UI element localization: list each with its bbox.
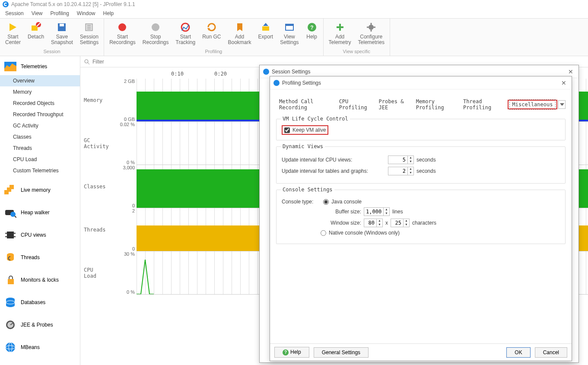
spinner-up-icon[interactable]: ▲ (408, 167, 413, 171)
buffer-size-input[interactable] (364, 208, 383, 216)
svg-marker-0 (10, 23, 16, 31)
sidebar-item-recorded-objects[interactable]: Recorded Objects (0, 98, 80, 109)
view-settings-button[interactable]: ViewSettings (277, 20, 302, 46)
tables-interval-input[interactable] (388, 167, 407, 175)
native-console-radio[interactable] (321, 230, 326, 236)
sidebar-section-live-memory[interactable]: Live memory (0, 181, 80, 199)
sidebar-item-gc-activity[interactable]: GC Activity (0, 120, 80, 131)
filter-input[interactable] (92, 59, 585, 65)
menu-help[interactable]: Help (100, 10, 118, 17)
sidebar-item-classes[interactable]: Classes (0, 131, 80, 143)
general-settings-button[interactable]: General Settings (314, 347, 369, 358)
time-tick: 0:10 (171, 71, 184, 77)
sidebar-section-threads[interactable]: Threads (0, 249, 80, 266)
window-height-spinner[interactable]: ▲▼ (391, 219, 410, 227)
sidebar-item-threads[interactable]: Threads (0, 143, 80, 154)
spinner-down-icon[interactable]: ▼ (408, 171, 413, 175)
window-width-spinner[interactable]: ▲▼ (364, 219, 383, 227)
chart-label: Threads (80, 208, 106, 251)
menu-session[interactable]: Session (2, 10, 27, 17)
start-recordings-button[interactable]: StartRecordings (106, 20, 139, 46)
spinner-up-icon[interactable]: ▲ (404, 219, 409, 223)
window-width-input[interactable] (364, 219, 376, 227)
sidebar-item-cpu-load[interactable]: CPU Load (0, 154, 80, 165)
session-settings-close-icon[interactable]: ✕ (566, 68, 575, 75)
stop-recordings-button[interactable]: StopRecordings (139, 20, 172, 46)
configure-telemetries-button[interactable]: ConfigureTelemetries (355, 20, 388, 46)
spinner-down-icon[interactable]: ▼ (408, 160, 413, 164)
tab-cpu-profiling[interactable]: CPU Profiling (336, 96, 375, 113)
add-bookmark-button[interactable]: AddBookmark (224, 20, 254, 46)
spinner-up-icon[interactable]: ▲ (408, 156, 413, 160)
menu-window[interactable]: Window (73, 10, 99, 17)
start-center-button[interactable]: StartCenter (2, 20, 24, 46)
session-settings-button[interactable]: SessionSettings (76, 20, 102, 46)
sidebar-section-telemetries[interactable]: Telemetries (0, 58, 80, 75)
tab-thread-profiling[interactable]: Thread Profiling (460, 96, 506, 113)
toolbar-group-label-session: Session (0, 48, 104, 56)
svg-point-46 (6, 343, 15, 352)
tables-interval-spinner[interactable]: ▲▼ (388, 167, 414, 175)
export-button[interactable]: Export (255, 20, 277, 46)
cancel-button[interactable]: Cancel (535, 347, 567, 358)
svg-marker-15 (263, 23, 268, 26)
tab-miscellaneous[interactable]: Miscellaneous (509, 99, 556, 110)
profiling-settings-tabs: Method Call Recording CPU Profiling Prob… (276, 96, 566, 113)
vm-life-cycle-fieldset: VM Life Cycle Control Keep VM alive (276, 119, 566, 140)
spinner-down-icon[interactable]: ▼ (377, 223, 382, 227)
run-gc-button[interactable]: Run GC (199, 20, 224, 46)
jee-probes-icon (4, 319, 16, 331)
tab-memory-profiling[interactable]: Memory Profiling (413, 96, 459, 113)
menu-profiling[interactable]: Profiling (47, 10, 73, 17)
live-memory-icon (4, 184, 16, 196)
svg-point-10 (118, 23, 126, 31)
tabs-dropdown-button[interactable] (558, 100, 566, 109)
sidebar-item-memory[interactable]: Memory (0, 86, 80, 98)
sidebar-section-heap-walker[interactable]: Heap walker (0, 204, 80, 221)
java-console-radio[interactable] (323, 199, 329, 205)
keep-vm-alive-label: Keep VM alive (292, 127, 326, 133)
buffer-size-spinner[interactable]: ▲▼ (364, 207, 390, 216)
toolbar-group-session: StartCenter Detach SaveSnapshot SessionS… (0, 19, 104, 56)
spinner-down-icon[interactable]: ▼ (404, 223, 409, 227)
sidebar-section-mbeans[interactable]: MBeans (0, 339, 80, 356)
sidebar-section-monitors-locks[interactable]: Monitors & locks (0, 271, 80, 289)
spinner-up-icon[interactable]: ▲ (384, 208, 389, 212)
time-tick: 0:20 (214, 71, 227, 77)
svg-line-33 (15, 216, 16, 218)
profiling-settings-close-icon[interactable]: ✕ (559, 79, 568, 86)
sidebar-section-jee-probes[interactable]: JEE & Probes (0, 316, 80, 333)
add-telemetry-button[interactable]: AddTelemetry (325, 20, 355, 46)
sidebar-item-overview[interactable]: Overview (0, 75, 80, 86)
save-snapshot-button[interactable]: SaveSnapshot (48, 20, 76, 46)
ok-button[interactable]: OK (506, 347, 530, 358)
sidebar-section-databases[interactable]: Databases (0, 294, 80, 311)
menu-view[interactable]: View (28, 10, 46, 17)
window-size-label: Window size: (327, 220, 361, 226)
tab-probes-jee[interactable]: Probes & JEE (376, 96, 412, 113)
dialog-help-button[interactable]: ?Help (274, 347, 309, 358)
window-size-x: x (385, 220, 388, 226)
help-icon: ? (283, 349, 289, 355)
spinner-down-icon[interactable]: ▼ (384, 212, 389, 216)
svg-rect-34 (7, 232, 14, 238)
svg-point-22 (369, 25, 374, 30)
cpu-interval-spinner[interactable]: ▲▼ (388, 156, 414, 164)
window-height-input[interactable] (391, 219, 403, 227)
session-settings-title: Session Settings (272, 69, 310, 75)
detach-button[interactable]: Detach (24, 20, 48, 46)
help-button[interactable]: ?Help (302, 20, 321, 46)
console-settings-legend: Console Settings (281, 187, 334, 193)
keep-vm-alive-checkbox[interactable] (284, 127, 290, 133)
profiling-settings-title-bar[interactable]: Profiling Settings ✕ (270, 76, 572, 89)
spinner-up-icon[interactable]: ▲ (377, 219, 382, 223)
toolbar-group-profiling: StartRecordings StopRecordings StartTrac… (104, 19, 323, 56)
start-tracking-button[interactable]: StartTracking (172, 20, 199, 46)
tab-method-call-recording[interactable]: Method Call Recording (276, 96, 335, 113)
svg-point-11 (152, 23, 159, 31)
sidebar-section-cpu-views[interactable]: CPU views (0, 226, 80, 244)
sidebar-item-recorded-throughput[interactable]: Recorded Throughput (0, 109, 80, 120)
sidebar-item-custom-telemetries[interactable]: Custom Telemetries (0, 165, 80, 176)
cpu-interval-input[interactable] (388, 156, 407, 164)
mbeans-icon (4, 341, 16, 353)
